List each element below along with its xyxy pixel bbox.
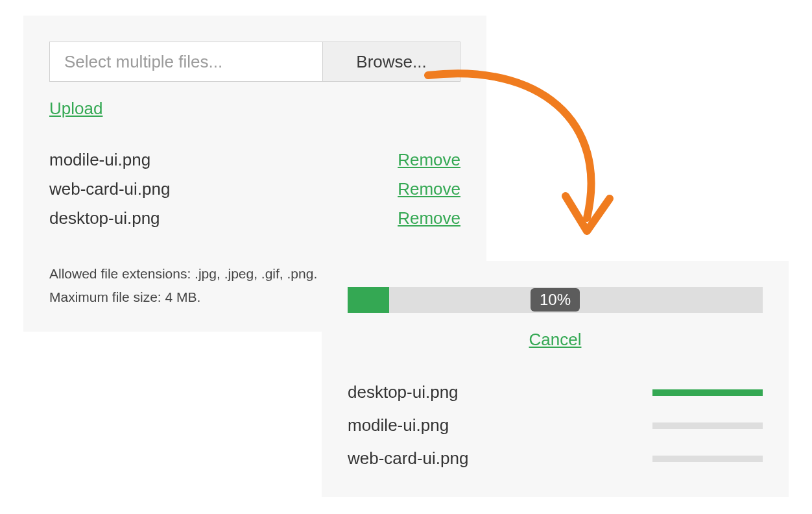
- file-row: desktop-ui.png Remove: [49, 208, 460, 228]
- remove-link[interactable]: Remove: [398, 150, 460, 170]
- file-name: desktop-ui.png: [49, 208, 160, 228]
- progress-file-name: desktop-ui.png: [348, 382, 459, 402]
- progress-file-name: web-card-ui.png: [348, 448, 468, 469]
- overall-progress-fill: [348, 287, 389, 313]
- cancel-row: Cancel: [348, 330, 763, 350]
- file-input-row: Browse...: [49, 42, 460, 82]
- upload-link[interactable]: Upload: [49, 99, 102, 119]
- file-row: web-card-ui.png Remove: [49, 179, 460, 199]
- overall-progress-label: 10%: [531, 288, 580, 312]
- progress-file-list: desktop-ui.png modile-ui.png web-card-ui…: [348, 382, 763, 469]
- file-progress-bar: [652, 456, 763, 462]
- progress-file-name: modile-ui.png: [348, 415, 449, 435]
- cancel-link[interactable]: Cancel: [529, 330, 582, 349]
- progress-file-row: web-card-ui.png: [348, 448, 763, 469]
- remove-link[interactable]: Remove: [398, 208, 460, 228]
- file-name: modile-ui.png: [49, 150, 150, 170]
- file-progress-bar: [652, 389, 763, 396]
- progress-file-row: desktop-ui.png: [348, 382, 763, 402]
- file-name: web-card-ui.png: [49, 179, 170, 199]
- progress-file-row: modile-ui.png: [348, 415, 763, 435]
- browse-button[interactable]: Browse...: [322, 42, 460, 81]
- overall-progress-bar: 10%: [348, 287, 763, 313]
- file-row: modile-ui.png Remove: [49, 150, 460, 170]
- file-progress-bar: [652, 422, 763, 429]
- remove-link[interactable]: Remove: [398, 179, 460, 199]
- upload-progress-panel: 10% Cancel desktop-ui.png modile-ui.png …: [322, 261, 789, 497]
- file-progress-fill: [652, 389, 763, 396]
- selected-file-list: modile-ui.png Remove web-card-ui.png Rem…: [49, 150, 460, 228]
- file-select-input[interactable]: [50, 42, 322, 81]
